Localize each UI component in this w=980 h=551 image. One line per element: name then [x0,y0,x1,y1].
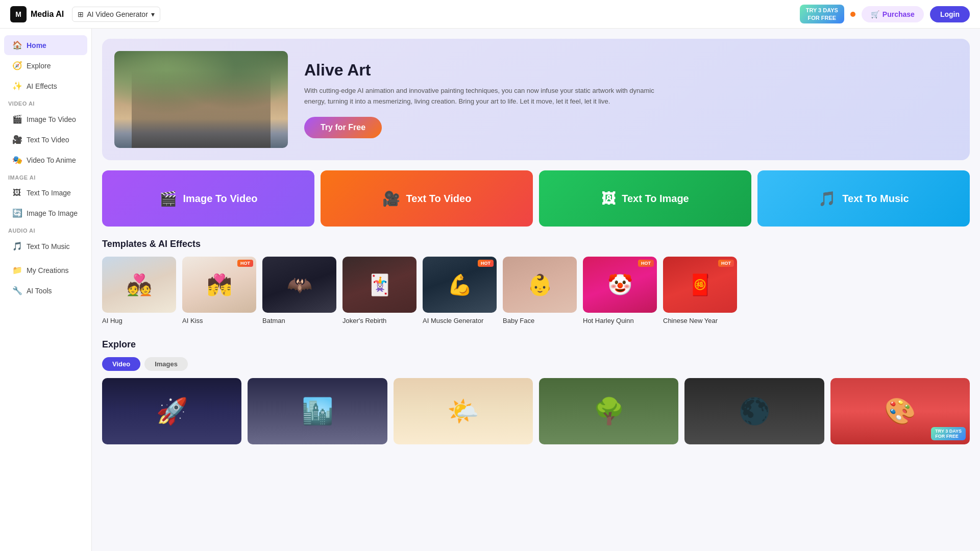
sidebar-item-image-to-image[interactable]: 🔄 Image To Image [4,203,87,223]
template-thumb-ai-kiss: 💏 HOT [182,257,256,313]
virtual-core-badge: TRY 3 DAYSFOR FREE [931,427,966,440]
my-creations-icon: 📁 [12,265,21,275]
category-card-text-to-music[interactable]: 🎵 Text To Music [757,170,970,227]
explore-tab-video[interactable]: Video [102,357,140,371]
text-to-image-card-label: Text To Image [622,193,689,205]
sidebar-item-text-to-music[interactable]: 🎵 Text To Music [4,236,87,256]
sidebar-item-image-to-image-label: Image To Image [27,209,78,217]
main-content: Alive Art With cutting-edge AI animation… [92,29,980,551]
sidebar-item-ai-effects-label: AI Effects [27,82,57,90]
login-button[interactable]: Login [930,6,970,22]
category-card-image-to-video[interactable]: 🎬 Image To Video [102,170,314,227]
section-label-image-ai: Image AI [0,170,91,183]
logo-icon: M [10,6,27,22]
sidebar-item-text-to-music-label: Text To Music [27,242,70,251]
category-card-text-to-video[interactable]: 🎥 Text To Video [321,170,533,227]
header-right: TRY 3 DAYS FOR FREE 🛒 Purchase Login [800,5,970,23]
template-thumb-hot-harley: 🤡 HOT [583,257,657,313]
image-to-video-icon: 🎬 [12,114,21,124]
purchase-button[interactable]: 🛒 Purchase [862,6,924,22]
explore-tabs: Video Images [102,357,970,371]
explore-card-5[interactable]: 🌑 [684,378,824,444]
explore-section-title: Explore [102,339,970,350]
explore-tab-images[interactable]: Images [144,357,188,371]
text-to-image-icon: 🖼 [12,188,21,197]
logo-text: Media AI [31,10,64,19]
template-card-batman[interactable]: 🦇 Batman [262,257,336,325]
text-to-music-card-icon: 🎵 [818,190,836,207]
sidebar: 🏠 Home 🧭 Explore ✨ AI Effects Video AI 🎬… [0,29,92,551]
sidebar-item-explore[interactable]: 🧭 Explore [4,56,87,76]
template-label-ai-kiss: AI Kiss [182,317,203,324]
section-label-audio-ai: Audio AI [0,223,91,236]
nav-dropdown[interactable]: ⊞ AI Video Generator ▾ [72,7,160,22]
template-card-baby-face[interactable]: 👶 Baby Face [503,257,577,325]
text-to-music-card-label: Text To Music [842,193,909,205]
explore-card-1[interactable]: 🚀 [102,378,241,444]
explore-card-2[interactable]: 🏙️ [248,378,387,444]
hot-badge-hot-harley: HOT [638,260,654,267]
chevron-down-icon: ▾ [151,10,155,18]
video-to-anime-icon: 🎭 [12,155,21,165]
try-banner[interactable]: TRY 3 DAYS FOR FREE [800,5,844,23]
nav-grid-icon: ⊞ [78,10,84,18]
image-to-image-icon: 🔄 [12,208,21,218]
explore-card-3[interactable]: 🌤️ [394,378,533,444]
hero-banner: Alive Art With cutting-edge AI animation… [102,39,970,160]
explore-section: Explore Video Images 🚀 🏙️ 🌤️ 🌳 [102,339,970,444]
sidebar-item-home[interactable]: 🏠 Home [4,35,87,55]
try-banner-line1: TRY 3 DAYS [806,7,838,14]
template-card-jokers-rebirth[interactable]: 🃏 Joker's Rebirth [342,257,416,325]
hot-badge-ai-kiss: HOT [237,260,253,267]
text-to-video-icon: 🎥 [12,135,21,144]
templates-section: Templates & AI Effects 💑 AI Hug 💏 HOT AI… [102,239,970,327]
sidebar-item-explore-label: Explore [27,62,51,70]
image-to-video-card-label: Image To Video [183,193,258,205]
sidebar-item-my-creations[interactable]: 📁 My Creations [4,260,87,280]
template-card-ai-kiss[interactable]: 💏 HOT AI Kiss [182,257,256,325]
text-to-video-card-icon: 🎥 [382,190,400,207]
login-label: Login [940,10,960,18]
text-to-image-card-icon: 🖼 [601,190,616,207]
sidebar-item-text-to-image[interactable]: 🖼 Text To Image [4,183,87,203]
hero-painting-scene [114,51,288,148]
sidebar-item-text-to-video[interactable]: 🎥 Text To Video [4,130,87,149]
hero-title: Alive Art [304,61,958,80]
template-label-chinese-new-year: Chinese New Year [663,317,718,324]
image-to-video-card-icon: 🎬 [159,190,177,207]
sidebar-item-image-to-video[interactable]: 🎬 Image To Video [4,109,87,129]
category-cards: 🎬 Image To Video 🎥 Text To Video 🖼 Text … [102,170,970,227]
try-free-button[interactable]: Try for Free [304,117,382,138]
templates-grid: 💑 AI Hug 💏 HOT AI Kiss 🦇 Batman [102,257,970,327]
try-free-label: Try for Free [321,123,365,132]
figure-silhouette [132,70,271,148]
template-label-ai-hug: AI Hug [102,317,122,324]
hero-image [114,51,288,148]
hero-description: With cutting-edge AI animation and innov… [304,86,662,107]
header: M Media AI ⊞ AI Video Generator ▾ TRY 3 … [0,0,980,29]
template-card-ai-hug[interactable]: 💑 AI Hug [102,257,176,325]
template-card-ai-muscle[interactable]: 💪 HOT AI Muscle Generator [423,257,497,325]
template-thumb-baby-face: 👶 [503,257,577,313]
sidebar-item-ai-effects[interactable]: ✨ AI Effects [4,76,87,96]
hot-badge-chinese-new-year: HOT [718,260,734,267]
sidebar-item-image-to-video-label: Image To Video [27,115,76,123]
explore-card-4[interactable]: 🌳 [539,378,678,444]
sidebar-item-ai-tools[interactable]: 🔧 AI Tools [4,281,87,300]
explore-card-6[interactable]: 🎨 TRY 3 DAYSFOR FREE [830,378,970,444]
hero-content: Alive Art With cutting-edge AI animation… [304,61,958,139]
sidebar-item-ai-tools-label: AI Tools [27,287,52,295]
layout: 🏠 Home 🧭 Explore ✨ AI Effects Video AI 🎬… [0,29,980,551]
category-card-text-to-image[interactable]: 🖼 Text To Image [539,170,751,227]
template-label-baby-face: Baby Face [503,317,534,324]
template-card-hot-harley[interactable]: 🤡 HOT Hot Harley Quinn [583,257,657,325]
logo: M Media AI [10,6,64,22]
sidebar-item-text-to-image-label: Text To Image [27,189,71,197]
template-thumb-ai-hug: 💑 [102,257,176,313]
explore-grid: 🚀 🏙️ 🌤️ 🌳 🌑 🎨 TRY 3 DAYSFOR FREE [102,378,970,444]
template-card-chinese-new-year[interactable]: 🧧 HOT Chinese New Year [663,257,737,325]
template-label-batman: Batman [262,317,285,324]
sidebar-item-video-to-anime[interactable]: 🎭 Video To Anime [4,150,87,170]
home-icon: 🏠 [12,40,21,50]
text-to-music-icon: 🎵 [12,241,21,251]
